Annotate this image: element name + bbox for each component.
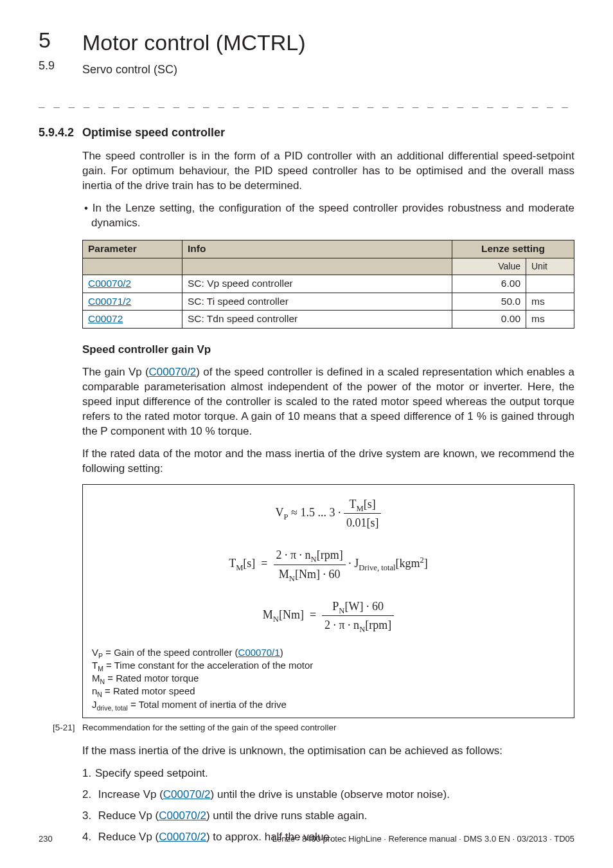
gain-heading: Speed controller gain Vp <box>82 343 574 357</box>
param-link[interactable]: C00072 <box>88 313 123 324</box>
th-lenze-setting: Lenze setting <box>452 240 574 258</box>
chapter-number: 5 <box>39 26 51 55</box>
param-link[interactable]: C00070/2 <box>88 278 131 289</box>
cell-unit <box>526 275 574 293</box>
formula-tm: TM[s] = 2 · π · nN[rpm] MN[Nm] · 60 · JD… <box>229 547 428 582</box>
formula-legend: VP = Gain of the speed controller (C0007… <box>92 646 565 711</box>
legend-link[interactable]: C00070/1 <box>238 647 280 658</box>
th-value: Value <box>452 258 526 275</box>
th-parameter: Parameter <box>83 240 182 258</box>
section-title: Optimise speed controller <box>82 125 574 140</box>
cell-value: 0.00 <box>452 311 526 329</box>
list-item: Reduce Vp (C00070/2) until the drive run… <box>95 809 574 824</box>
page-number: 230 <box>39 833 53 845</box>
list-item: Increase Vp (C00070/2) until the drive i… <box>95 788 574 802</box>
cell-info: SC: Tdn speed controller <box>182 311 452 329</box>
section-bullet: In the Lenze setting, the configuration … <box>82 201 574 231</box>
gain-paragraph-2: If the rated data of the motor and the m… <box>82 447 574 476</box>
chapter-title: Motor control (MCTRL) <box>82 28 574 58</box>
formula-vp: VP ≈ 1.5 ... 3 · TM[s] 0.01[s] <box>276 496 382 531</box>
th-unit: Unit <box>526 258 574 275</box>
gain-paragraph-1: The gain Vp (C00070/2) of the speed cont… <box>82 365 574 439</box>
cell-info: SC: Vp speed controller <box>182 275 452 293</box>
cell-unit: ms <box>526 293 574 311</box>
parameter-table: Parameter Info Lenze setting Value Unit … <box>82 240 574 329</box>
table-row: C00070/2 SC: Vp speed controller 6.00 <box>83 275 574 293</box>
subsection-number: 5.9 <box>39 58 55 73</box>
page-footer: 230 Lenze · 8400 protec HighLine · Refer… <box>39 833 574 845</box>
figure-caption: [5-21]Recommendation for the setting of … <box>53 722 574 734</box>
subsection-title: Servo control (SC) <box>82 62 574 77</box>
param-link[interactable]: C00071/2 <box>88 296 131 307</box>
footer-text: Lenze · 8400 protec HighLine · Reference… <box>272 833 574 845</box>
section-intro: The speed controller is in the form of a… <box>82 149 574 194</box>
section-number: 5.9.4.2 <box>39 125 74 140</box>
table-row: C00072 SC: Tdn speed controller 0.00 ms <box>83 311 574 329</box>
step-link[interactable]: C00070/2 <box>159 809 206 822</box>
cell-value: 6.00 <box>452 275 526 293</box>
list-item: Specify speed setpoint. <box>95 766 574 781</box>
th-info: Info <box>182 240 452 258</box>
gain-link[interactable]: C00070/2 <box>149 366 197 378</box>
divider: _ _ _ _ _ _ _ _ _ _ _ _ _ _ _ _ _ _ _ _ … <box>39 95 574 109</box>
table-row: C00071/2 SC: Ti speed controller 50.0 ms <box>83 293 574 311</box>
step-link[interactable]: C00070/2 <box>163 788 211 800</box>
formula-box: VP ≈ 1.5 ... 3 · TM[s] 0.01[s] TM[s] = 2… <box>82 484 574 718</box>
cell-info: SC: Ti speed controller <box>182 293 452 311</box>
cell-value: 50.0 <box>452 293 526 311</box>
after-box-paragraph: If the mass inertia of the drive is unkn… <box>82 744 574 759</box>
formula-mn: MN[Nm] = PN[W] · 60 2 · π · nN[rpm] <box>263 599 394 633</box>
cell-unit: ms <box>526 311 574 329</box>
